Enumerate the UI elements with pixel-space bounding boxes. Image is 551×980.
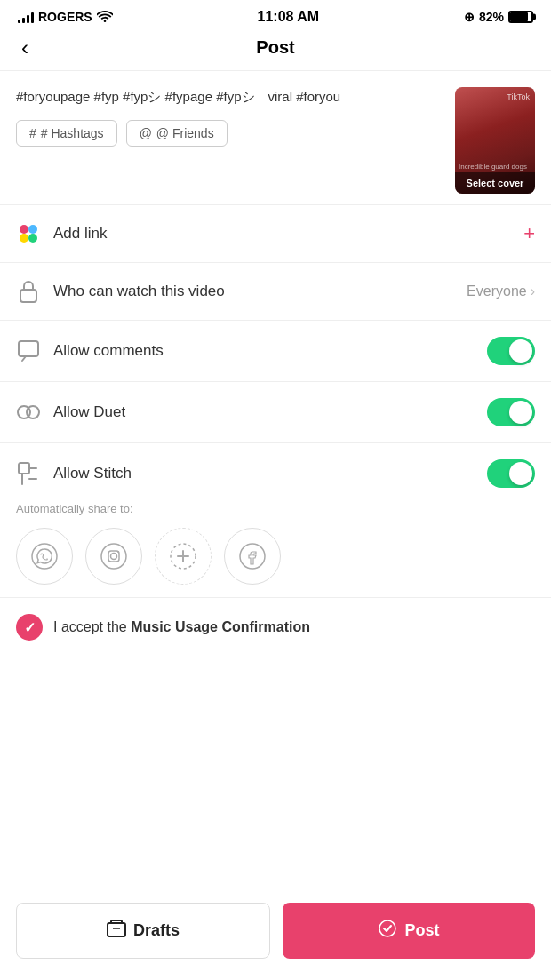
allow-duet-label: Allow Duet <box>53 403 475 421</box>
svg-rect-4 <box>20 290 36 302</box>
duet-toggle-knob <box>509 401 532 424</box>
allow-comments-toggle[interactable] <box>487 337 535 365</box>
instagram-icon[interactable] <box>85 528 142 585</box>
signal-icon <box>18 11 34 23</box>
svg-point-9 <box>32 544 57 569</box>
post-icon <box>378 919 397 943</box>
comment-icon <box>16 339 41 363</box>
who-can-watch-row[interactable]: Who can watch this video Everyone › <box>0 263 551 321</box>
drafts-button[interactable]: Drafts <box>16 903 270 959</box>
status-time: 11:08 AM <box>258 9 320 25</box>
who-can-watch-label: Who can watch this video <box>53 283 454 300</box>
page-title: Post <box>256 37 294 58</box>
svg-point-10 <box>101 544 126 569</box>
caption-buttons: # # Hashtags @ @ Friends <box>16 120 444 147</box>
battery-percent: 82% <box>479 10 504 24</box>
post-label: Post <box>404 921 439 940</box>
drafts-label: Drafts <box>133 921 180 940</box>
hashtag-icon: # <box>29 126 36 140</box>
allow-comments-row[interactable]: Allow comments <box>0 321 551 382</box>
tiktok-logo: TikTok <box>507 92 530 101</box>
add-link-plus: + <box>523 222 535 245</box>
svg-point-17 <box>240 544 265 569</box>
allow-comments-label: Allow comments <box>53 342 475 360</box>
status-bar: ROGERS 11:08 AM ⊕ 82% <box>0 0 551 30</box>
share-label: Automatically share to: <box>16 502 535 515</box>
who-can-watch-value: Everyone › <box>467 283 535 299</box>
add-link-label: Add link <box>53 225 511 243</box>
status-right: ⊕ 82% <box>464 10 533 24</box>
share-section: Automatically share to: <box>0 497 551 598</box>
chevron-right-icon: › <box>531 283 535 299</box>
carrier-label: ROGERS <box>38 10 92 24</box>
lock-icon <box>16 279 41 304</box>
accept-text: I accept the Music Usage Confirmation <box>53 619 310 635</box>
at-icon: @ <box>140 126 152 140</box>
allow-stitch-label: Allow Stitch <box>53 465 475 482</box>
hashtags-button[interactable]: # # Hashtags <box>16 120 117 147</box>
svg-point-1 <box>28 225 37 234</box>
friends-label: @ Friends <box>156 126 214 140</box>
back-button[interactable]: ‹ <box>18 32 32 64</box>
allow-duet-row[interactable]: Allow Duet <box>0 382 551 443</box>
svg-point-2 <box>20 234 28 243</box>
tiktok-now-icon[interactable] <box>155 528 212 585</box>
post-button[interactable]: Post <box>283 903 535 959</box>
svg-point-7 <box>27 406 39 418</box>
whatsapp-icon[interactable] <box>16 528 73 585</box>
accept-bold: Music Usage Confirmation <box>131 619 310 634</box>
svg-point-3 <box>28 234 37 243</box>
stitch-icon <box>16 461 41 486</box>
svg-rect-5 <box>19 341 38 356</box>
select-cover-label[interactable]: Select cover <box>455 172 535 194</box>
caption-section: #foryoupage #fyp #fypシ #fypage #fypシ゚vir… <box>0 71 551 205</box>
duet-icon <box>16 401 41 424</box>
share-icons-row <box>16 528 535 585</box>
accept-prefix: I accept the <box>53 619 131 634</box>
check-icon: ✓ <box>24 619 36 636</box>
video-thumbnail[interactable]: TikTok Incredible guard dogs Select cove… <box>455 87 535 194</box>
screen-record-icon: ⊕ <box>464 10 475 24</box>
stitch-toggle-knob <box>509 462 532 485</box>
allow-stitch-row[interactable]: Allow Stitch <box>0 443 551 497</box>
status-left: ROGERS <box>18 10 113 25</box>
add-link-row[interactable]: Add link + <box>0 205 551 263</box>
video-description: Incredible guard dogs <box>459 163 527 171</box>
accept-row[interactable]: ✓ I accept the Music Usage Confirmation <box>0 598 551 657</box>
caption-text[interactable]: #foryoupage #fyp #fypシ #fypage #fypシ゚vir… <box>16 87 444 108</box>
top-nav: ‹ Post <box>0 30 551 71</box>
caption-left: #foryoupage #fyp #fypシ #fypage #fypシ゚vir… <box>16 87 444 194</box>
battery-icon <box>508 11 533 23</box>
svg-point-12 <box>111 554 117 560</box>
svg-point-0 <box>20 225 28 234</box>
allow-stitch-toggle[interactable] <box>487 459 535 488</box>
svg-point-13 <box>117 551 119 553</box>
allow-duet-toggle[interactable] <box>487 398 535 426</box>
drafts-icon <box>107 920 126 942</box>
check-circle[interactable]: ✓ <box>16 614 43 641</box>
svg-rect-8 <box>19 463 29 474</box>
add-link-icon <box>16 221 41 246</box>
toggle-knob <box>509 339 532 363</box>
facebook-icon[interactable] <box>224 528 281 585</box>
bottom-bar: Drafts Post <box>0 888 551 980</box>
svg-rect-18 <box>108 923 125 936</box>
hashtags-label: # Hashtags <box>41 126 104 140</box>
everyone-text: Everyone <box>467 283 527 299</box>
wifi-icon <box>97 10 113 25</box>
svg-point-20 <box>379 920 395 936</box>
friends-button[interactable]: @ @ Friends <box>126 120 228 147</box>
